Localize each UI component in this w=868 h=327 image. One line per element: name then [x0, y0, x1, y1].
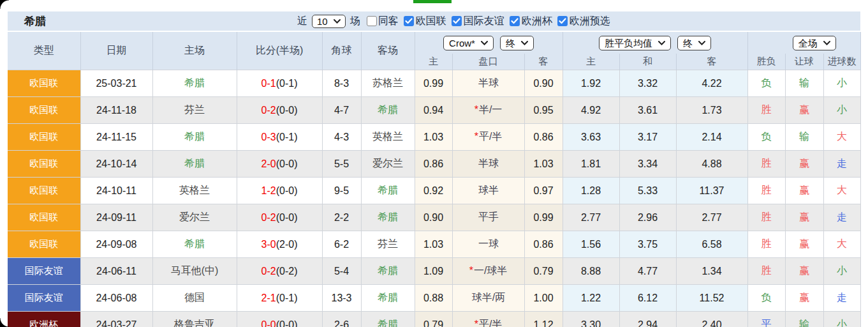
home-team-cell: 德国: [152, 285, 237, 312]
col-header-away: 客场: [361, 32, 415, 70]
chevron-down-icon: [823, 41, 830, 45]
handicap-star: *: [474, 104, 478, 115]
col-header-score: 比分(半场): [237, 32, 322, 70]
mean-type-select[interactable]: 胜平负均值: [599, 36, 671, 50]
halftime-score: (0-1): [276, 132, 298, 142]
chevron-down-icon: [481, 41, 488, 45]
away-team-cell: 爱尔兰: [361, 151, 415, 178]
odds-away-cell: 0.86: [524, 124, 563, 151]
col-header-odds-home: 主: [415, 54, 452, 70]
table-row: 国际友谊 24-06-11 马耳他(中) 0-2(0-2) 5-4 希腊 1.0…: [8, 258, 860, 285]
odds-away-cell: 1.03: [524, 151, 563, 178]
league-filter[interactable]: 欧洲预选: [557, 15, 612, 28]
league-badge-cell: 国际友谊: [8, 258, 80, 285]
result-handicap-cell: 输: [785, 70, 823, 97]
result-goals-cell: 大: [823, 178, 860, 204]
date-cell: 24-09-08: [80, 231, 152, 258]
chevron-down-icon: [698, 41, 705, 45]
handicap-text: 半球: [478, 77, 499, 88]
handicap-text: 平/半: [479, 319, 502, 327]
result-goals-cell: 小: [823, 258, 860, 285]
league-filter[interactable]: 欧国联: [404, 15, 448, 28]
col-header-corners: 角球: [322, 32, 361, 70]
halftime-score: (0-0): [276, 105, 298, 116]
home-team-cell: 希腊: [152, 151, 237, 178]
scope-select[interactable]: 全场: [793, 36, 836, 50]
odds-state-value: 终: [506, 38, 515, 49]
odds-state-select[interactable]: 终: [500, 36, 534, 50]
result-wdl-cell: 胜: [747, 231, 785, 258]
mean-header-group: 胜平负均值 终: [563, 32, 747, 54]
odds-away-cell: 1.12: [524, 312, 563, 327]
table-row: 国际友谊 24-06-08 德国 2-1(0-1) 13-3 希腊 0.88 球…: [8, 285, 860, 312]
col-header-mean-home: 主: [563, 54, 619, 70]
matches-table: 类型 日期 主场 比分(半场) 角球 客场 Crow* 终: [8, 32, 861, 327]
handicap-cell: *平/半: [452, 124, 524, 151]
corners-cell: 9-5: [322, 178, 361, 204]
away-team-cell: 希腊: [361, 97, 415, 124]
recent-count-select[interactable]: 10: [312, 15, 346, 28]
odds-away-cell: 0.97: [524, 178, 563, 204]
mean-draw-cell: 3.75: [619, 231, 676, 258]
halftime-score: (0-0): [276, 212, 298, 223]
odds-company-select[interactable]: Crow*: [443, 36, 494, 50]
table-row: 欧国联 24-09-08 希腊 3-0(2-0) 6-2 芬兰 1.03 一球 …: [8, 231, 860, 258]
halftime-score: (0-2): [276, 266, 298, 277]
league-badge-cell: 欧国联: [8, 204, 80, 231]
mean-home-cell: 4.92: [563, 97, 619, 124]
league-checkbox[interactable]: [557, 16, 568, 26]
col-header-home: 主场: [152, 32, 237, 70]
result-wdl-cell: 胜: [747, 97, 785, 124]
mean-draw-cell: 5.33: [619, 178, 676, 204]
result-goals-cell: 小: [823, 97, 860, 124]
league-filter-label: 欧国联: [416, 15, 446, 28]
league-checkbox[interactable]: [510, 16, 520, 26]
odds-home-cell: 0.79: [415, 312, 452, 327]
handicap-text: 一/球半: [474, 265, 507, 276]
home-team-cell: 希腊: [152, 231, 237, 258]
league-badge-cell: 欧国联: [8, 178, 80, 204]
mean-home-cell: 1.22: [563, 285, 619, 312]
league-checkbox[interactable]: [404, 16, 414, 26]
table-row: 欧国联 24-11-18 芬兰 0-2(0-0) 4-7 希腊 0.94 *半/…: [8, 97, 860, 124]
result-wdl-cell: 胜: [747, 204, 785, 231]
score-cell: 0-0(0-0): [237, 312, 322, 327]
corners-cell: 2-2: [322, 204, 361, 231]
col-header-result-handicap: 让球: [785, 54, 823, 70]
mean-state-select[interactable]: 终: [677, 36, 711, 50]
fulltime-score: 3-0: [261, 239, 276, 250]
check-icon: [453, 18, 460, 24]
home-team-cell: 英格兰: [152, 178, 237, 204]
handicap-cell: *一/球半: [452, 258, 524, 285]
halftime-score: (0-1): [276, 78, 298, 89]
filter-controls: 近 10 场 同客 欧国联国际友谊欧洲杯欧洲预选: [296, 11, 612, 31]
league-filter[interactable]: 欧洲杯: [510, 15, 554, 28]
league-filters: 欧国联国际友谊欧洲杯欧洲预选: [400, 15, 612, 28]
recent-label: 近: [297, 15, 307, 28]
fulltime-score: 0-2: [261, 105, 276, 116]
away-team-cell: 希腊: [361, 312, 415, 327]
league-filter-label: 欧洲杯: [522, 15, 552, 28]
same-venue-checkbox[interactable]: [367, 16, 377, 26]
table-row: 欧洲杯 24-03-27 格鲁吉亚 0-0(0-0) 2-6 希腊 0.79 *…: [8, 312, 860, 327]
date-cell: 24-06-08: [80, 285, 152, 312]
handicap-cell: 球半/两: [452, 285, 524, 312]
corners-cell: 5-4: [322, 258, 361, 285]
halftime-score: (0-0): [276, 185, 298, 196]
fulltime-score: 2-0: [261, 158, 276, 169]
odds-away-cell: 0.79: [524, 258, 563, 285]
odds-company-value: Crow*: [449, 38, 475, 49]
handicap-cell: 半球: [452, 70, 524, 97]
mean-away-cell: 2.14: [676, 124, 747, 151]
league-checkbox[interactable]: [452, 16, 462, 26]
odds-home-cell: 0.88: [415, 285, 452, 312]
result-handicap-cell: 赢: [785, 258, 823, 285]
halftime-score: (2-0): [276, 239, 298, 250]
away-team-cell: 苏格兰: [361, 70, 415, 97]
handicap-cell: 一球: [452, 231, 524, 258]
league-filter[interactable]: 国际友谊: [452, 15, 506, 28]
result-wdl-cell: 胜: [747, 151, 785, 178]
score-cell: 0-1(0-1): [237, 70, 322, 97]
mean-type-value: 胜平负均值: [605, 38, 652, 49]
mean-away-cell: 6.58: [676, 231, 747, 258]
